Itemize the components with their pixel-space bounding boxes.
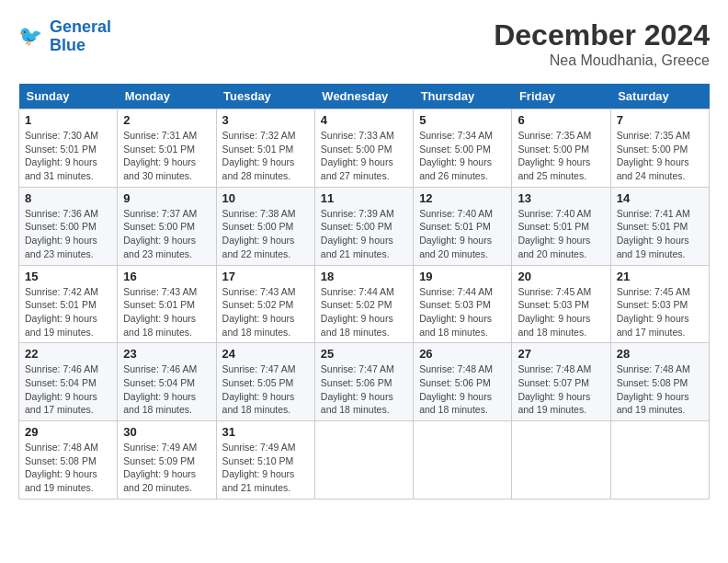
day-info: Sunrise: 7:33 AM Sunset: 5:00 PM Dayligh… xyxy=(321,129,407,183)
day-info: Sunrise: 7:48 AM Sunset: 5:07 PM Dayligh… xyxy=(518,362,604,417)
day-number: 17 xyxy=(222,270,309,283)
day-info: Sunrise: 7:46 AM Sunset: 5:04 PM Dayligh… xyxy=(25,362,111,417)
calendar-cell: 28Sunrise: 7:48 AM Sunset: 5:08 PM Dayli… xyxy=(610,343,709,421)
day-number: 22 xyxy=(25,347,111,361)
calendar-cell: 31Sunrise: 7:49 AM Sunset: 5:10 PM Dayli… xyxy=(216,421,314,500)
calendar-cell: 27Sunrise: 7:48 AM Sunset: 5:07 PM Dayli… xyxy=(512,343,610,421)
day-info: Sunrise: 7:31 AM Sunset: 5:01 PM Dayligh… xyxy=(123,129,210,183)
day-info: Sunrise: 7:49 AM Sunset: 5:10 PM Dayligh… xyxy=(222,441,309,495)
day-info: Sunrise: 7:44 AM Sunset: 5:02 PM Dayligh… xyxy=(321,285,407,339)
calendar-cell: 13Sunrise: 7:40 AM Sunset: 5:01 PM Dayli… xyxy=(512,187,610,265)
calendar-cell: 24Sunrise: 7:47 AM Sunset: 5:05 PM Dayli… xyxy=(216,343,314,421)
calendar-cell: 23Sunrise: 7:46 AM Sunset: 5:04 PM Dayli… xyxy=(118,343,216,421)
day-number: 29 xyxy=(25,425,111,439)
day-number: 26 xyxy=(419,347,506,361)
day-number: 18 xyxy=(321,270,407,283)
calendar-cell xyxy=(314,421,413,500)
calendar-week-5: 29Sunrise: 7:48 AM Sunset: 5:08 PM Dayli… xyxy=(19,421,710,500)
day-info: Sunrise: 7:48 AM Sunset: 5:08 PM Dayligh… xyxy=(617,362,703,417)
day-info: Sunrise: 7:43 AM Sunset: 5:02 PM Dayligh… xyxy=(222,285,309,339)
day-info: Sunrise: 7:42 AM Sunset: 5:01 PM Dayligh… xyxy=(25,285,111,339)
day-number: 2 xyxy=(123,113,210,127)
calendar-cell: 8Sunrise: 7:36 AM Sunset: 5:00 PM Daylig… xyxy=(19,187,118,265)
day-info: Sunrise: 7:48 AM Sunset: 5:06 PM Dayligh… xyxy=(419,362,506,417)
calendar-cell: 25Sunrise: 7:47 AM Sunset: 5:06 PM Dayli… xyxy=(314,343,413,421)
day-number: 27 xyxy=(518,347,604,361)
day-info: Sunrise: 7:45 AM Sunset: 5:03 PM Dayligh… xyxy=(518,285,604,339)
day-number: 24 xyxy=(222,347,309,361)
day-number: 5 xyxy=(419,113,506,127)
day-info: Sunrise: 7:41 AM Sunset: 5:01 PM Dayligh… xyxy=(617,207,703,261)
weekday-header-sunday: Sunday xyxy=(19,84,118,109)
day-number: 3 xyxy=(222,113,309,127)
calendar-cell: 16Sunrise: 7:43 AM Sunset: 5:01 PM Dayli… xyxy=(118,265,216,343)
calendar-cell: 29Sunrise: 7:48 AM Sunset: 5:08 PM Dayli… xyxy=(19,421,118,500)
day-number: 31 xyxy=(222,425,309,439)
calendar-cell: 18Sunrise: 7:44 AM Sunset: 5:02 PM Dayli… xyxy=(314,265,413,343)
day-info: Sunrise: 7:34 AM Sunset: 5:00 PM Dayligh… xyxy=(419,129,506,183)
calendar-table: SundayMondayTuesdayWednesdayThursdayFrid… xyxy=(18,84,710,500)
calendar-cell: 11Sunrise: 7:39 AM Sunset: 5:00 PM Dayli… xyxy=(314,187,413,265)
weekday-header-friday: Friday xyxy=(512,84,610,109)
day-number: 1 xyxy=(25,113,111,127)
calendar-week-4: 22Sunrise: 7:46 AM Sunset: 5:04 PM Dayli… xyxy=(19,343,710,421)
day-number: 23 xyxy=(123,347,210,361)
day-info: Sunrise: 7:43 AM Sunset: 5:01 PM Dayligh… xyxy=(123,285,210,339)
calendar-cell: 21Sunrise: 7:45 AM Sunset: 5:03 PM Dayli… xyxy=(610,265,709,343)
day-number: 19 xyxy=(419,270,506,283)
day-number: 8 xyxy=(25,191,111,205)
day-number: 14 xyxy=(617,191,703,205)
page-header: 🐦 GeneralBlue December 2024 Nea Moudhani… xyxy=(18,18,710,69)
day-info: Sunrise: 7:32 AM Sunset: 5:01 PM Dayligh… xyxy=(222,129,309,183)
calendar-week-3: 15Sunrise: 7:42 AM Sunset: 5:01 PM Dayli… xyxy=(19,265,710,343)
calendar-cell: 1Sunrise: 7:30 AM Sunset: 5:01 PM Daylig… xyxy=(19,109,118,188)
day-info: Sunrise: 7:48 AM Sunset: 5:08 PM Dayligh… xyxy=(25,441,111,495)
weekday-header-tuesday: Tuesday xyxy=(216,84,314,109)
day-info: Sunrise: 7:49 AM Sunset: 5:09 PM Dayligh… xyxy=(123,441,210,495)
day-number: 9 xyxy=(123,191,210,205)
calendar-week-1: 1Sunrise: 7:30 AM Sunset: 5:01 PM Daylig… xyxy=(19,109,710,188)
day-info: Sunrise: 7:36 AM Sunset: 5:00 PM Dayligh… xyxy=(25,207,111,261)
location-subtitle: Nea Moudhania, Greece xyxy=(494,52,710,69)
weekday-header-saturday: Saturday xyxy=(610,84,709,109)
day-info: Sunrise: 7:35 AM Sunset: 5:00 PM Dayligh… xyxy=(518,129,604,183)
calendar-week-2: 8Sunrise: 7:36 AM Sunset: 5:00 PM Daylig… xyxy=(19,187,710,265)
day-info: Sunrise: 7:44 AM Sunset: 5:03 PM Dayligh… xyxy=(419,285,506,339)
calendar-header-row: SundayMondayTuesdayWednesdayThursdayFrid… xyxy=(19,84,710,109)
calendar-cell xyxy=(610,421,709,500)
logo: 🐦 GeneralBlue xyxy=(18,18,111,55)
day-number: 4 xyxy=(321,113,407,127)
weekday-header-wednesday: Wednesday xyxy=(314,84,413,109)
day-number: 12 xyxy=(419,191,506,205)
calendar-cell: 2Sunrise: 7:31 AM Sunset: 5:01 PM Daylig… xyxy=(118,109,216,188)
month-year-title: December 2024 xyxy=(494,18,710,52)
logo-icon: 🐦 xyxy=(18,23,46,51)
title-block: December 2024 Nea Moudhania, Greece xyxy=(494,18,710,69)
day-info: Sunrise: 7:40 AM Sunset: 5:01 PM Dayligh… xyxy=(518,207,604,261)
calendar-cell: 26Sunrise: 7:48 AM Sunset: 5:06 PM Dayli… xyxy=(414,343,512,421)
calendar-cell xyxy=(414,421,512,500)
day-info: Sunrise: 7:46 AM Sunset: 5:04 PM Dayligh… xyxy=(123,362,210,417)
day-number: 28 xyxy=(617,347,703,361)
day-info: Sunrise: 7:40 AM Sunset: 5:01 PM Dayligh… xyxy=(419,207,506,261)
calendar-cell: 20Sunrise: 7:45 AM Sunset: 5:03 PM Dayli… xyxy=(512,265,610,343)
logo-text: GeneralBlue xyxy=(50,18,111,55)
day-number: 6 xyxy=(518,113,604,127)
day-number: 10 xyxy=(222,191,309,205)
day-info: Sunrise: 7:45 AM Sunset: 5:03 PM Dayligh… xyxy=(617,285,703,339)
day-number: 15 xyxy=(25,270,111,283)
calendar-cell: 4Sunrise: 7:33 AM Sunset: 5:00 PM Daylig… xyxy=(314,109,413,188)
day-number: 13 xyxy=(518,191,604,205)
day-number: 25 xyxy=(321,347,407,361)
weekday-header-monday: Monday xyxy=(118,84,216,109)
day-info: Sunrise: 7:37 AM Sunset: 5:00 PM Dayligh… xyxy=(123,207,210,261)
day-number: 7 xyxy=(617,113,703,127)
day-info: Sunrise: 7:30 AM Sunset: 5:01 PM Dayligh… xyxy=(25,129,111,183)
day-info: Sunrise: 7:38 AM Sunset: 5:00 PM Dayligh… xyxy=(222,207,309,261)
calendar-cell: 6Sunrise: 7:35 AM Sunset: 5:00 PM Daylig… xyxy=(512,109,610,188)
calendar-cell: 22Sunrise: 7:46 AM Sunset: 5:04 PM Dayli… xyxy=(19,343,118,421)
day-info: Sunrise: 7:35 AM Sunset: 5:00 PM Dayligh… xyxy=(617,129,703,183)
calendar-cell: 19Sunrise: 7:44 AM Sunset: 5:03 PM Dayli… xyxy=(414,265,512,343)
calendar-cell: 15Sunrise: 7:42 AM Sunset: 5:01 PM Dayli… xyxy=(19,265,118,343)
calendar-cell: 12Sunrise: 7:40 AM Sunset: 5:01 PM Dayli… xyxy=(414,187,512,265)
